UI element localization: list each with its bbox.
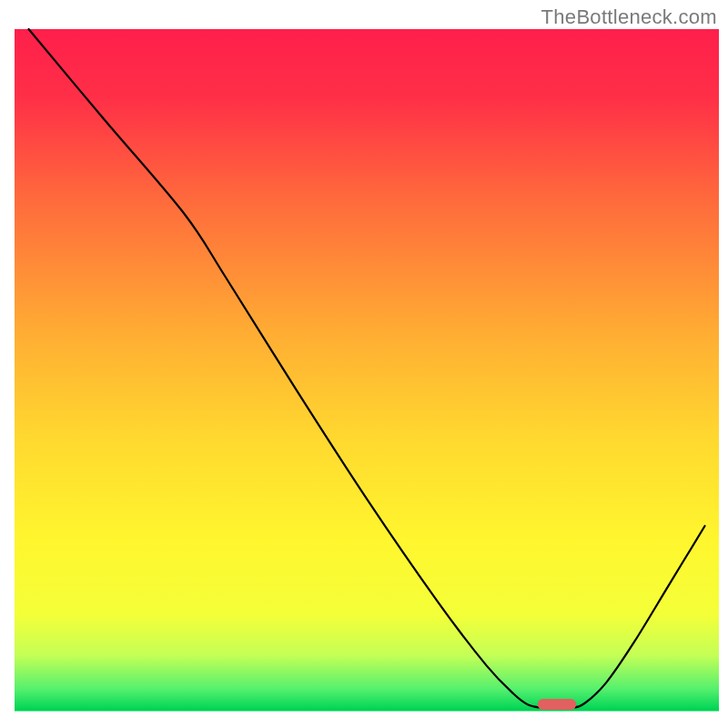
gradient-background	[15, 29, 719, 710]
bottleneck-chart	[0, 0, 728, 728]
optimal-marker	[538, 699, 577, 710]
chart-stage: TheBottleneck.com	[0, 0, 728, 728]
